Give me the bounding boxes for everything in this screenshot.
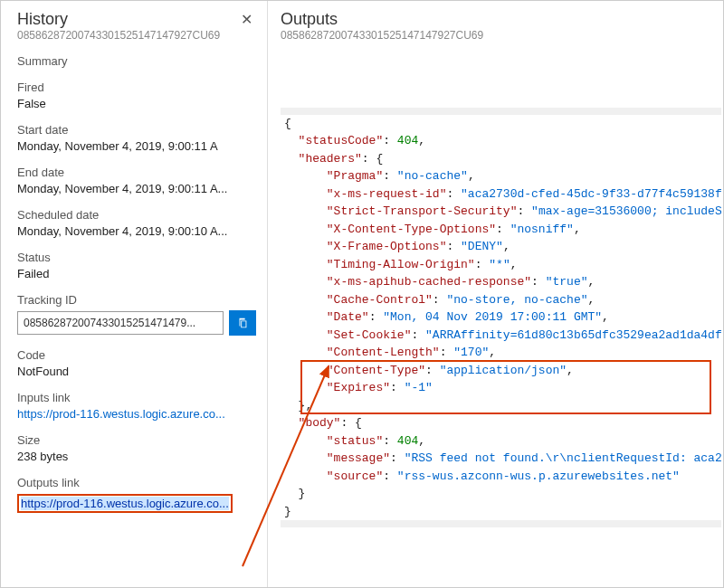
tracking-id-input[interactable]: 085862872007433015251471479... [17,311,224,335]
inputs-link[interactable]: https://prod-116.westus.logic.azure.co..… [17,407,252,421]
json-content: { "statusCode": 404, "headers": { "Pragm… [281,108,721,528]
close-icon[interactable]: ✕ [237,11,256,28]
outputs-link[interactable]: https://prod-116.westus.logic.azure.co..… [21,497,229,510]
json-viewer[interactable]: { "statusCode": 404, "headers": { "Pragm… [281,54,721,563]
summary-label: Summary [17,54,256,68]
outputs-link-highlight: https://prod-116.westus.logic.azure.co..… [17,494,233,513]
fired-label: Fired [17,81,256,94]
outputs-id: 08586287200743301525147147927CU69 [281,29,721,42]
outputs-panel: Outputs 08586287200743301525147147927CU6… [268,1,723,587]
start-date-value: Monday, November 4, 2019, 9:00:11 A [17,139,256,153]
history-panel: History ✕ 08586287200743301525147147927C… [1,1,268,587]
history-id: 08586287200743301525147147927CU69 [17,29,256,42]
status-value: Failed [17,267,256,280]
end-date-value: Monday, November 4, 2019, 9:00:11 A... [17,182,256,195]
copy-button[interactable] [229,310,256,336]
outputs-link-label: Outputs link [17,476,256,489]
inputs-link-label: Inputs link [17,391,256,404]
scheduled-date-label: Scheduled date [17,208,256,222]
outputs-title: Outputs [281,10,338,29]
fired-value: False [17,97,256,110]
end-date-label: End date [17,166,256,179]
scheduled-date-value: Monday, November 4, 2019, 9:00:10 A... [17,224,256,238]
copy-icon [236,317,249,329]
size-label: Size [17,433,256,447]
start-date-label: Start date [17,123,256,137]
code-label: Code [17,348,256,362]
history-title: History [17,10,68,29]
size-value: 238 bytes [17,450,256,463]
code-value: NotFound [17,365,256,378]
tracking-id-label: Tracking ID [17,293,256,307]
status-label: Status [17,251,256,264]
